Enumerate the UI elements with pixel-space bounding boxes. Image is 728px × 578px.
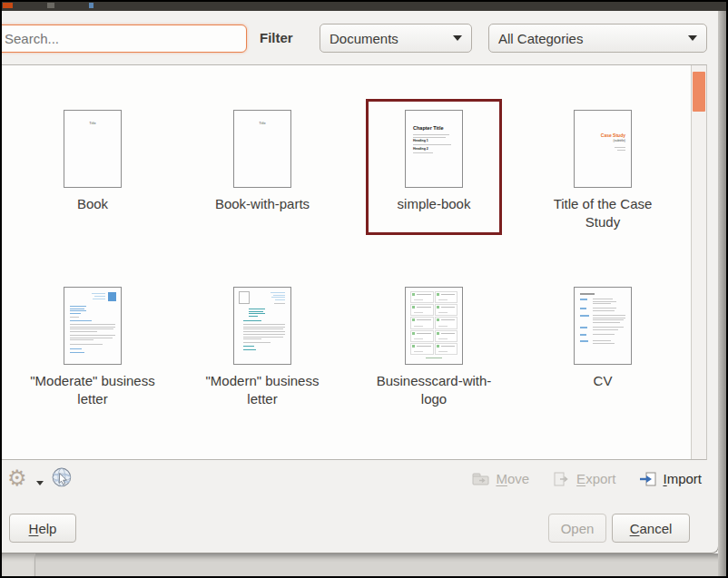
online-templates-button[interactable]	[51, 466, 74, 493]
template-thumbnail: Chapter Title Heading 1 Heading 2	[405, 110, 463, 188]
templates-panel: Title Book Title Book-with-parts Chapter…	[2, 64, 707, 460]
titlebar-icon-fragment	[89, 3, 93, 8]
template-thumbnail: Case Study (subtitle)	[574, 110, 632, 188]
template-label: "Modern" business letter	[195, 372, 330, 409]
template-label: simple-book	[398, 195, 471, 213]
template-thumbnail	[405, 287, 463, 365]
gear-icon: ⚙	[7, 465, 27, 490]
settings-dropdown-arrow[interactable]	[36, 481, 44, 485]
document-type-dropdown[interactable]: Documents	[320, 24, 472, 53]
import-button[interactable]: Import	[639, 471, 702, 486]
template-tile-case-study[interactable]: Case Study (subtitle) Title of the Case …	[535, 99, 671, 235]
category-value: All Categories	[498, 31, 583, 46]
category-dropdown[interactable]: All Categories	[488, 24, 707, 53]
template-label: Book	[77, 195, 108, 213]
template-thumbnail	[574, 287, 632, 365]
template-tile-simple-book-selected[interactable]: Chapter Title Heading 1 Heading 2 simple…	[366, 99, 502, 235]
vertical-scrollbar[interactable]	[691, 65, 706, 459]
template-tile-book-with-parts[interactable]: Title Book-with-parts	[194, 99, 330, 235]
filter-label: Filter	[260, 30, 293, 45]
export-button[interactable]: Export	[553, 471, 615, 486]
template-label: Businesscard-with-logo	[367, 372, 501, 409]
background-below-dialog	[2, 554, 726, 576]
scrollbar-thumb[interactable]	[693, 72, 705, 112]
templates-dialog: Filter Documents All Categories Title Bo…	[2, 11, 719, 554]
screenshot-frame: Filter Documents All Categories Title Bo…	[0, 0, 728, 578]
template-tile-modern-letter[interactable]: "Modern" business letter	[194, 276, 330, 412]
export-icon	[553, 472, 571, 486]
dialog-toolbar: ⚙	[2, 460, 718, 510]
titlebar-icon-fragment	[47, 3, 54, 8]
template-tile-book[interactable]: Title Book	[25, 99, 161, 235]
cancel-button[interactable]: Cancel	[612, 514, 690, 543]
chevron-down-icon	[688, 35, 697, 41]
background-panel-edge	[2, 554, 35, 576]
template-thumbnail	[64, 287, 122, 365]
window-edge-shadow	[718, 11, 726, 576]
template-actions: Move Export Import	[472, 471, 702, 486]
open-button[interactable]: Open	[548, 514, 606, 543]
globe-icon	[51, 466, 74, 490]
template-label: "Moderate" business letter	[25, 372, 160, 409]
search-input[interactable]	[0, 24, 247, 53]
document-type-value: Documents	[330, 31, 398, 46]
chevron-down-icon	[453, 35, 462, 41]
template-label: Book-with-parts	[215, 195, 310, 213]
move-button[interactable]: Move	[472, 471, 529, 486]
window-titlebar	[2, 2, 726, 11]
settings-button[interactable]: ⚙	[7, 467, 27, 489]
template-label: CV	[594, 372, 613, 390]
template-tile-businesscard[interactable]: Businesscard-with-logo	[366, 276, 502, 412]
titlebar-icon-fragment	[3, 3, 13, 8]
template-thumbnail: Title	[233, 110, 291, 188]
folder-move-icon	[472, 472, 490, 486]
template-thumbnail	[233, 287, 291, 365]
template-label: Title of the Case Study	[536, 195, 670, 232]
import-icon	[639, 472, 657, 486]
template-tile-moderate-letter[interactable]: "Moderate" business letter	[25, 276, 161, 412]
help-button[interactable]: Help	[9, 514, 76, 543]
template-thumbnail: Title	[64, 110, 122, 188]
template-tile-cv[interactable]: CV	[535, 276, 671, 412]
